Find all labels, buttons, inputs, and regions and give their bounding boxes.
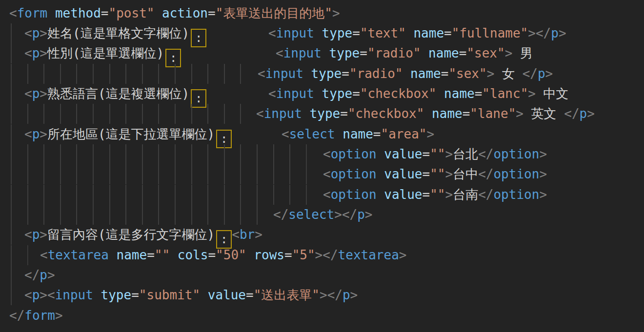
code-line[interactable]: <p>姓名(這是單格文字欄位):<input type="text" name=…: [0, 23, 644, 43]
code-token: >: [539, 187, 547, 202]
code-token: </: [536, 26, 551, 40]
code-token: <: [24, 26, 32, 40]
code-token: "submit": [139, 288, 200, 302]
code-token: >: [587, 106, 595, 121]
code-token: p: [32, 288, 40, 302]
code-token: form: [24, 308, 55, 323]
code-line[interactable]: <option value="">台南</option>: [0, 185, 644, 205]
code-token: [406, 26, 414, 40]
code-token: p: [32, 127, 40, 141]
code-editor[interactable]: <form method="post" action="表單送出的目的地"><p…: [0, 0, 644, 332]
code-token: input: [265, 66, 303, 81]
code-token: >: [539, 167, 547, 181]
code-token: =: [246, 288, 254, 302]
code-token: </: [478, 187, 493, 202]
code-token: br: [240, 227, 255, 242]
code-token: "fullname": [452, 26, 528, 40]
code-token: <: [232, 227, 240, 242]
code-token: <: [268, 26, 276, 40]
code-token: type: [322, 86, 353, 101]
code-token: p: [40, 268, 47, 282]
code-token: name: [428, 46, 459, 60]
code-token: [314, 86, 322, 101]
code-line[interactable]: <input type="checkbox" name="lane"> 英文 <…: [0, 104, 644, 124]
code-token: =: [360, 46, 367, 60]
code-token: "checkbox": [360, 86, 437, 101]
code-line[interactable]: <textarea name="" cols="50" rows="5"></t…: [0, 245, 644, 265]
code-token: [47, 6, 55, 20]
code-token: name: [117, 248, 147, 262]
code-token: type: [311, 66, 342, 81]
code-token: <: [9, 6, 17, 20]
code-token: </: [564, 106, 579, 121]
code-line[interactable]: <form method="post" action="表單送出的目的地">: [0, 3, 644, 23]
code-token: [377, 147, 384, 161]
code-token: "radio": [367, 46, 421, 60]
code-token: >: [315, 248, 323, 262]
code-token: 姓名(這是單格文字欄位): [47, 26, 189, 40]
code-token: [436, 86, 444, 101]
code-token: <: [276, 46, 283, 60]
code-token: >: [365, 207, 373, 222]
code-token: p: [580, 106, 587, 121]
code-token: >: [528, 26, 536, 40]
code-token: input: [283, 46, 322, 60]
code-token: 中文: [536, 86, 569, 101]
code-token: textarea: [48, 248, 109, 262]
code-token: [154, 6, 162, 20]
code-token: >: [55, 308, 63, 323]
code-token: 英文: [523, 106, 564, 121]
code-token: <: [47, 288, 55, 302]
code-line[interactable]: </select></p>: [0, 205, 644, 225]
code-token: "": [155, 248, 170, 262]
code-token: input: [276, 86, 314, 101]
code-token: =: [147, 248, 155, 262]
code-line-tail: <input type="checkbox" name="lanc"> 中文: [268, 84, 569, 104]
code-line[interactable]: <option value="">台中</option>: [0, 164, 644, 184]
code-line[interactable]: <option value="">台北</option>: [0, 144, 644, 164]
code-line[interactable]: </p>: [0, 265, 644, 285]
code-token: 所在地區(這是下拉選單欄位): [47, 127, 215, 141]
code-token: =: [423, 147, 430, 161]
code-token: value: [208, 288, 246, 302]
code-line[interactable]: <p><input type="submit" value="送出表單"></p…: [0, 285, 644, 305]
code-token: </: [9, 308, 24, 323]
code-token: option: [331, 187, 377, 202]
code-token: option: [493, 147, 539, 161]
code-token: >: [445, 187, 453, 202]
code-token: [93, 288, 101, 302]
code-token: type: [310, 106, 341, 121]
code-token: <: [323, 187, 331, 202]
code-token: value: [384, 147, 422, 161]
code-line[interactable]: <p>性別(這是單選欄位):<input type="radio" name="…: [0, 43, 644, 63]
code-token: option: [493, 187, 539, 202]
code-token: "radio": [349, 66, 403, 81]
code-line[interactable]: </form>: [0, 306, 644, 326]
code-token: </: [478, 167, 493, 181]
code-token: input: [55, 288, 93, 302]
code-line[interactable]: <p>所在地區(這是下拉選單欄位):<select name="area">: [0, 124, 644, 144]
code-line[interactable]: <input type="radio" name="sex"> 女 </p>: [0, 64, 644, 84]
code-token: >: [350, 288, 358, 302]
code-token: "": [430, 147, 445, 161]
code-token: "lanc": [482, 86, 528, 101]
code-token: >: [399, 248, 407, 262]
code-token: select: [288, 207, 334, 222]
code-token: >: [487, 66, 495, 81]
code-token: >: [545, 66, 553, 81]
code-token: >: [426, 127, 434, 141]
code-token: action: [162, 6, 208, 20]
code-token: "checkbox": [348, 106, 424, 121]
code-token: cols: [178, 248, 208, 262]
code-line[interactable]: <p>留言內容(這是多行文字欄位):<br>: [0, 225, 644, 245]
code-token: >: [334, 207, 342, 222]
code-token: [170, 248, 178, 262]
code-line[interactable]: <p>熟悉語言(這是複選欄位):<input type="checkbox" n…: [0, 84, 644, 104]
code-token: "text": [360, 26, 406, 40]
code-token: >: [320, 288, 327, 302]
code-token: method: [55, 6, 101, 20]
code-token: "sex": [466, 46, 504, 60]
code-token: "lane": [470, 106, 516, 121]
code-token: =: [208, 6, 216, 20]
code-token: "area": [381, 127, 427, 141]
